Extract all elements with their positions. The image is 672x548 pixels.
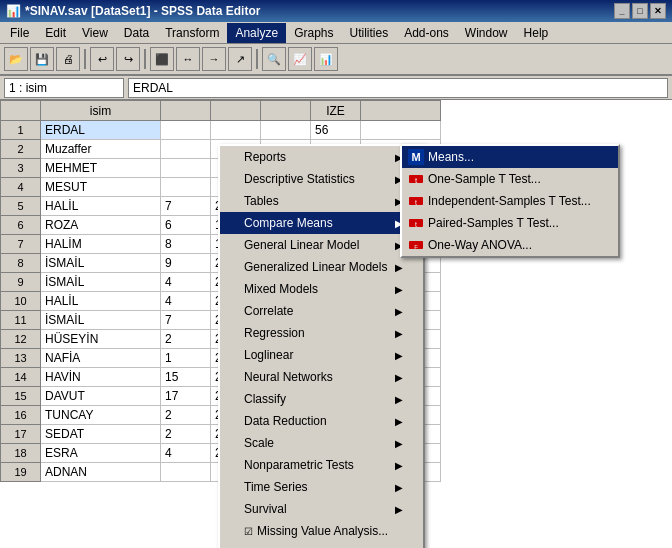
cell-extra1[interactable]: 7	[161, 197, 211, 216]
cell-isim[interactable]: Muzaffer	[41, 140, 161, 159]
menu-loglinear[interactable]: Loglinear ▶	[220, 344, 423, 366]
cell-isim[interactable]: NAFİA	[41, 349, 161, 368]
redo-button[interactable]: ↪	[116, 47, 140, 71]
cell-isim[interactable]: İSMAİL	[41, 311, 161, 330]
menu-scale[interactable]: Scale ▶	[220, 432, 423, 454]
col-header-3[interactable]	[211, 101, 261, 121]
cell-isim[interactable]: ROZA	[41, 216, 161, 235]
menu-multiple-response[interactable]: Multiple Response ▶	[220, 542, 423, 548]
col-header-empty1[interactable]	[361, 101, 441, 121]
cell-extra1[interactable]: 6	[161, 216, 211, 235]
menu-view[interactable]: View	[74, 23, 116, 43]
menu-classify[interactable]: Classify ▶	[220, 388, 423, 410]
cell-isim[interactable]: ESRA	[41, 444, 161, 463]
menu-correlate[interactable]: Correlate ▶	[220, 300, 423, 322]
cell-extra1[interactable]: 8	[161, 235, 211, 254]
cell-extra1[interactable]: 15	[161, 368, 211, 387]
menu-file[interactable]: File	[2, 23, 37, 43]
submenu-means[interactable]: M Means...	[402, 146, 618, 168]
save-button[interactable]: 💾	[30, 47, 54, 71]
undo-button[interactable]: ↩	[90, 47, 114, 71]
cell-isim[interactable]: HALİL	[41, 292, 161, 311]
menu-compare-means[interactable]: Compare Means ▶	[220, 212, 423, 234]
submenu-one-way-anova[interactable]: F One-Way ANOVA...	[402, 234, 618, 256]
chart-button[interactable]: 📈	[288, 47, 312, 71]
cell-isim[interactable]: MEHMET	[41, 159, 161, 178]
minimize-button[interactable]: _	[614, 3, 630, 19]
search-button[interactable]: 🔍	[262, 47, 286, 71]
menu-missing-value[interactable]: ☑ Missing Value Analysis...	[220, 520, 423, 542]
submenu-paired-t[interactable]: t Paired-Samples T Test...	[402, 212, 618, 234]
chart2-button[interactable]: 📊	[314, 47, 338, 71]
cell-extra1[interactable]: 4	[161, 444, 211, 463]
menu-analyze[interactable]: Analyze	[227, 23, 286, 43]
cell-isim[interactable]: DAVUT	[41, 387, 161, 406]
cell-isim[interactable]: TUNCAY	[41, 406, 161, 425]
close-button[interactable]: ✕	[650, 3, 666, 19]
submenu-independent-t[interactable]: t Independent-Samples T Test...	[402, 190, 618, 212]
menu-utilities[interactable]: Utilities	[341, 23, 396, 43]
col-header-ize[interactable]: IZE	[311, 101, 361, 121]
menu-window[interactable]: Window	[457, 23, 516, 43]
cell-extra1[interactable]: 2	[161, 330, 211, 349]
cell-extra1[interactable]: 4	[161, 273, 211, 292]
menu-data[interactable]: Data	[116, 23, 157, 43]
cell-isim[interactable]: ADNAN	[41, 463, 161, 482]
cell-isim[interactable]: HÜSEYİN	[41, 330, 161, 349]
menu-regression[interactable]: Regression ▶	[220, 322, 423, 344]
col-header-4[interactable]	[261, 101, 311, 121]
menu-neural[interactable]: Neural Networks ▶	[220, 366, 423, 388]
toolbar-btn6[interactable]: ↗	[228, 47, 252, 71]
cell-extra1[interactable]: 1	[161, 349, 211, 368]
cell-extra1[interactable]: 7	[161, 311, 211, 330]
menu-tables[interactable]: Tables ▶	[220, 190, 423, 212]
cell-extra1[interactable]	[161, 140, 211, 159]
cell-ize[interactable]: 56	[311, 121, 361, 140]
menu-addons[interactable]: Add-ons	[396, 23, 457, 43]
menu-edit[interactable]: Edit	[37, 23, 74, 43]
submenu-one-sample-t[interactable]: t One-Sample T Test...	[402, 168, 618, 190]
menu-descriptive-stats[interactable]: Descriptive Statistics ▶	[220, 168, 423, 190]
cell-extra1[interactable]: 17	[161, 387, 211, 406]
cell-isim[interactable]: İSMAİL	[41, 254, 161, 273]
menu-transform[interactable]: Transform	[157, 23, 227, 43]
cell-extra1[interactable]: 2	[161, 425, 211, 444]
menu-survival[interactable]: Survival ▶	[220, 498, 423, 520]
menu-data-reduction[interactable]: Data Reduction ▶	[220, 410, 423, 432]
menu-mixed-models[interactable]: Mixed Models ▶	[220, 278, 423, 300]
toolbar-btn5[interactable]: →	[202, 47, 226, 71]
cell-isim[interactable]: SEDAT	[41, 425, 161, 444]
menu-help[interactable]: Help	[516, 23, 557, 43]
col-header-isim[interactable]: isim	[41, 101, 161, 121]
cell-extra1[interactable]	[161, 463, 211, 482]
menu-nonparametric[interactable]: Nonparametric Tests ▶	[220, 454, 423, 476]
cell-extra1[interactable]: 2	[161, 406, 211, 425]
cell-isim[interactable]: ERDAL	[41, 121, 161, 140]
cell-isim[interactable]: HAVİN	[41, 368, 161, 387]
print-button[interactable]: 🖨	[56, 47, 80, 71]
cell-extra1[interactable]: 9	[161, 254, 211, 273]
col-header-2[interactable]	[161, 101, 211, 121]
cell-extra1[interactable]	[161, 121, 211, 140]
cell-extra3[interactable]	[261, 121, 311, 140]
cell-extra1[interactable]	[161, 159, 211, 178]
menu-reports[interactable]: Reports ▶	[220, 146, 423, 168]
cell-empty[interactable]	[361, 121, 441, 140]
row-number: 11	[1, 311, 41, 330]
menu-time-series[interactable]: Time Series ▶	[220, 476, 423, 498]
cell-isim[interactable]: HALİM	[41, 235, 161, 254]
cell-extra2[interactable]	[211, 121, 261, 140]
toolbar-btn3[interactable]: ⬛	[150, 47, 174, 71]
menu-graphs[interactable]: Graphs	[286, 23, 341, 43]
menu-generalized-linear[interactable]: Generalized Linear Models ▶	[220, 256, 423, 278]
toolbar-btn4[interactable]: ↔	[176, 47, 200, 71]
cell-extra1[interactable]	[161, 178, 211, 197]
cell-extra1[interactable]: 4	[161, 292, 211, 311]
maximize-button[interactable]: □	[632, 3, 648, 19]
cell-isim[interactable]: MESUT	[41, 178, 161, 197]
open-button[interactable]: 📂	[4, 47, 28, 71]
cell-isim[interactable]: İSMAİL	[41, 273, 161, 292]
cell-isim[interactable]: HALİL	[41, 197, 161, 216]
menu-general-linear[interactable]: General Linear Model ▶	[220, 234, 423, 256]
nonparam-arrow: ▶	[395, 460, 403, 471]
